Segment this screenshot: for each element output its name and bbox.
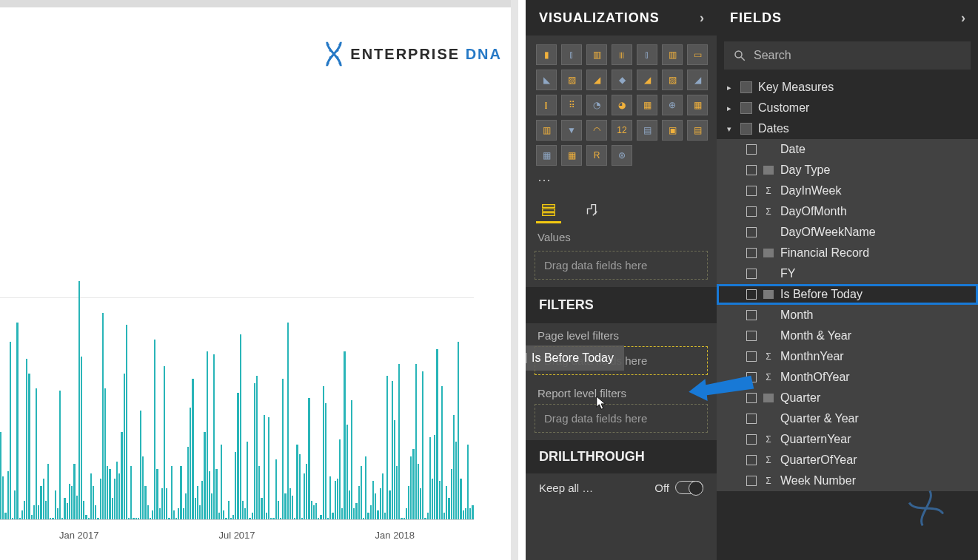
viz-type-icon[interactable]: ▼ <box>561 120 582 141</box>
viz-type-icon[interactable]: ⊕ <box>662 95 683 115</box>
viz-type-icon[interactable]: ⫿ <box>637 44 657 65</box>
viz-type-icon[interactable]: 12 <box>612 120 632 141</box>
field-checkbox[interactable] <box>746 248 757 258</box>
viz-type-icon[interactable]: ◔ <box>586 95 607 115</box>
viz-type-icon[interactable]: ▨ <box>561 70 582 90</box>
bar <box>102 313 104 521</box>
viz-type-icon[interactable]: ▦ <box>687 95 708 115</box>
viz-type-icon[interactable]: ◠ <box>586 120 607 141</box>
viz-type-icon[interactable]: ▣ <box>662 120 683 141</box>
bar <box>36 388 37 520</box>
viz-type-icon[interactable]: ◢ <box>586 70 607 90</box>
report-canvas[interactable]: ate ENTERPRISE DNA Jan 2017 Jul 2017 Jan… <box>0 0 518 560</box>
bar <box>156 469 158 520</box>
bar <box>451 469 452 520</box>
table-node-key-measures[interactable]: ▸Key Measures <box>717 77 978 98</box>
viz-type-icon[interactable]: ◢ <box>637 70 657 90</box>
viz-type-icon[interactable]: ▥ <box>662 44 683 65</box>
scrollbar[interactable] <box>511 0 518 560</box>
bar <box>57 508 58 521</box>
viz-type-icon[interactable]: ◆ <box>612 70 632 90</box>
column-chart[interactable]: Jan 2017 Jul 2017 Jan 2018 <box>0 21 518 554</box>
field-day-type[interactable]: Day Type <box>717 160 978 181</box>
bar <box>64 498 65 520</box>
bar <box>43 479 44 520</box>
field-fy[interactable]: FY <box>717 263 978 284</box>
field-is-before-today[interactable]: Is Before Today <box>717 284 978 305</box>
field-month-year[interactable]: Month & Year <box>717 325 978 346</box>
field-month[interactable]: Month <box>717 305 978 325</box>
field-checkbox[interactable] <box>746 165 757 175</box>
viz-type-icon[interactable]: ▤ <box>687 120 708 141</box>
field-quarter[interactable]: Quarter <box>717 388 978 408</box>
bar <box>201 481 203 520</box>
field-checkbox[interactable] <box>746 269 757 279</box>
format-tabs <box>526 194 717 223</box>
viz-type-icon[interactable]: ▮ <box>536 44 557 65</box>
field-monthnyear[interactable]: ΣMonthnYear <box>717 346 978 367</box>
field-dayofmonth[interactable]: ΣDayOfMonth <box>717 201 978 222</box>
field-quarter-year[interactable]: Quarter & Year <box>717 408 978 429</box>
collapse-visualizations-icon[interactable]: › <box>700 10 705 26</box>
fields-tab[interactable] <box>536 198 561 223</box>
viz-type-icon[interactable]: ◕ <box>612 95 632 115</box>
field-financial-record[interactable]: Financial Record <box>717 243 978 263</box>
more-visuals-button[interactable]: ⋯ <box>526 169 717 194</box>
page-filters-label: Page level filters <box>526 323 717 346</box>
values-dropzone[interactable]: Drag data fields here <box>535 251 708 280</box>
viz-type-icon[interactable]: ⫿ <box>536 95 557 115</box>
page-filters-dropzone[interactable]: Drag data fields here Is Before Today <box>535 346 708 375</box>
field-checkbox[interactable] <box>746 310 757 320</box>
field-date[interactable]: Date <box>717 139 978 160</box>
bar <box>178 508 179 521</box>
viz-type-icon[interactable]: ◢ <box>687 70 708 90</box>
table-node-dates[interactable]: ▾Dates <box>717 118 978 139</box>
viz-type-icon[interactable]: ▥ <box>586 44 607 65</box>
blank-icon <box>763 144 774 155</box>
field-quarterofyear[interactable]: ΣQuarterOfYear <box>717 450 978 470</box>
report-filters-dropzone[interactable]: Drag data fields here <box>535 404 708 433</box>
field-quarternyear[interactable]: ΣQuarternYear <box>717 429 978 450</box>
viz-type-icon[interactable]: ⫿ <box>561 44 582 65</box>
viz-type-icon[interactable]: ▭ <box>687 44 708 65</box>
field-checkbox[interactable] <box>746 289 757 300</box>
format-tab[interactable] <box>579 198 604 223</box>
viz-type-icon[interactable]: ⊛ <box>612 145 632 166</box>
keep-all-toggle[interactable] <box>675 481 703 494</box>
viz-type-icon[interactable]: ▨ <box>662 70 683 90</box>
field-checkbox[interactable] <box>746 414 757 424</box>
bar <box>325 403 326 520</box>
table-node-customer[interactable]: ▸Customer <box>717 98 978 118</box>
filters-header: FILTERS <box>526 287 717 323</box>
calc-column-icon <box>763 248 774 258</box>
viz-type-icon[interactable]: ▦ <box>637 95 657 115</box>
field-checkbox[interactable] <box>746 372 757 382</box>
field-dayofweekname[interactable]: DayOfWeekName <box>717 222 978 243</box>
field-checkbox[interactable] <box>746 393 757 403</box>
field-dayinweek[interactable]: ΣDayInWeek <box>717 181 978 201</box>
viz-type-icon[interactable]: ▦ <box>561 145 582 166</box>
viz-type-icon[interactable]: ▦ <box>536 145 557 166</box>
field-checkbox[interactable] <box>746 476 757 486</box>
field-checkbox[interactable] <box>746 227 757 237</box>
bar <box>185 493 187 520</box>
field-checkbox[interactable] <box>746 434 757 445</box>
collapse-fields-icon[interactable]: › <box>961 10 966 26</box>
bar <box>195 498 196 520</box>
field-checkbox[interactable] <box>746 144 757 155</box>
field-checkbox[interactable] <box>746 455 757 465</box>
field-checkbox[interactable] <box>746 206 757 217</box>
viz-type-icon[interactable]: ▤ <box>637 120 657 141</box>
field-checkbox[interactable] <box>746 331 757 341</box>
viz-type-icon[interactable]: ▥ <box>536 120 557 141</box>
viz-type-icon[interactable]: ◣ <box>536 70 557 90</box>
fields-search[interactable]: Search <box>724 41 971 70</box>
bar <box>180 466 181 520</box>
field-monthofyear[interactable]: ΣMonthOfYear <box>717 367 978 388</box>
field-week-number[interactable]: ΣWeek Number <box>717 470 978 491</box>
viz-type-icon[interactable]: ⫼ <box>612 44 632 65</box>
field-checkbox[interactable] <box>746 351 757 362</box>
viz-type-icon[interactable]: ⠿ <box>561 95 582 115</box>
viz-type-icon[interactable]: R <box>586 145 607 166</box>
field-checkbox[interactable] <box>746 186 757 196</box>
